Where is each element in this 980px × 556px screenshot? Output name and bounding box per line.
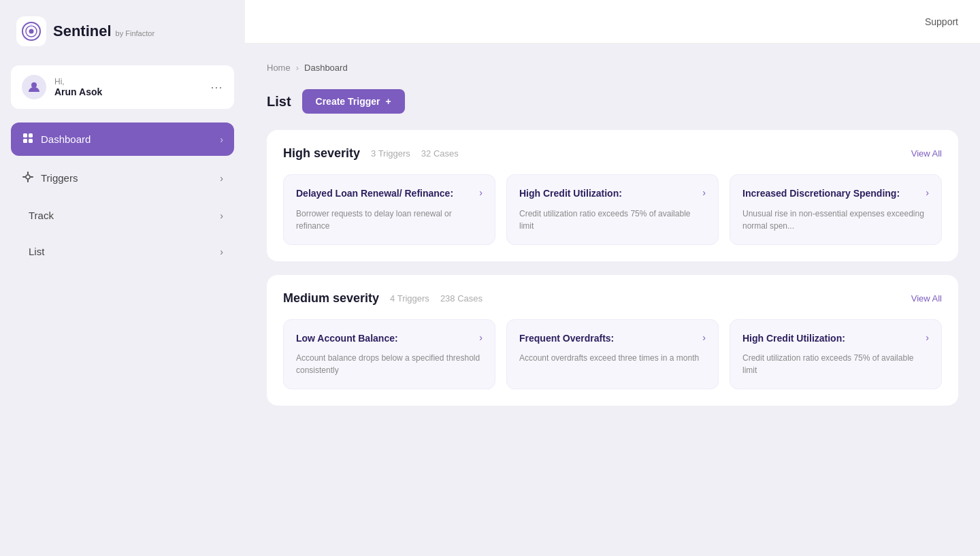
trigger-card-title: Low Account Balance: — [296, 332, 474, 346]
chevron-right-icon: › — [702, 332, 706, 343]
page-title: List — [267, 94, 291, 110]
page-header: List Create Trigger + — [267, 89, 958, 114]
content-area: Home › Dashboard List Create Trigger + H… — [245, 44, 980, 556]
sidebar-item-triggers[interactable]: Triggers › — [11, 161, 234, 195]
medium-severity-triggers: 4 Triggers — [390, 293, 429, 304]
svg-rect-8 — [29, 139, 33, 143]
app-name: Sentinel — [53, 22, 112, 40]
svg-point-9 — [26, 175, 30, 179]
plus-icon: + — [386, 96, 391, 107]
logo: Sentinel by Finfactor — [11, 16, 234, 60]
main-content: Support Home › Dashboard List Create Tri… — [245, 0, 980, 556]
svg-rect-5 — [23, 133, 27, 137]
trigger-card-desc: Borrower requests to delay loan renewal … — [296, 208, 483, 232]
chevron-right-icon: › — [220, 173, 223, 184]
high-severity-triggers: 3 Triggers — [371, 148, 410, 159]
app-by: by Finfactor — [116, 29, 154, 37]
svg-rect-7 — [23, 139, 27, 143]
trigger-card-title: Delayed Loan Renewal/ Refinance: — [296, 187, 474, 201]
user-greeting: Hi, — [54, 77, 202, 86]
chevron-right-icon: › — [926, 187, 929, 198]
sidebar-item-label: List — [29, 246, 44, 257]
breadcrumb-current: Dashboard — [304, 63, 348, 73]
high-severity-cases: 32 Cases — [421, 148, 459, 159]
chevron-right-icon: › — [479, 187, 483, 198]
trigger-card[interactable]: High Credit Utilization: › Credit utiliz… — [506, 174, 719, 245]
breadcrumb: Home › Dashboard — [267, 63, 958, 73]
support-link[interactable]: Support — [925, 16, 958, 27]
chevron-right-icon: › — [220, 246, 223, 257]
trigger-card-desc: Account balance drops below a specified … — [296, 352, 483, 376]
trigger-card[interactable]: Delayed Loan Renewal/ Refinance: › Borro… — [283, 174, 495, 245]
chevron-right-icon: › — [702, 187, 706, 198]
topbar: Support — [245, 0, 980, 44]
sidebar-item-dashboard[interactable]: Dashboard › — [11, 122, 234, 156]
create-trigger-button[interactable]: Create Trigger + — [302, 89, 405, 114]
high-severity-section: High severity 3 Triggers 32 Cases View A… — [267, 130, 958, 261]
sidebar-item-track[interactable]: Track › — [11, 200, 234, 231]
sidebar-item-list[interactable]: List › — [11, 236, 234, 267]
medium-severity-header: Medium severity 4 Triggers 238 Cases Vie… — [283, 291, 942, 306]
trigger-card-desc: Unusual rise in non-essential expenses e… — [742, 208, 929, 232]
trigger-card[interactable]: Frequent Overdrafts: › Account overdraft… — [506, 319, 719, 390]
sidebar-item-label: Triggers — [41, 172, 78, 184]
avatar — [22, 75, 46, 99]
chevron-right-icon: › — [926, 332, 929, 343]
trigger-card[interactable]: Low Account Balance: › Account balance d… — [283, 319, 495, 390]
logo-icon — [16, 16, 46, 46]
trigger-card-desc: Account overdrafts exceed three times in… — [519, 352, 706, 364]
svg-point-4 — [31, 82, 37, 88]
medium-severity-section: Medium severity 4 Triggers 238 Cases Vie… — [267, 275, 958, 406]
svg-point-2 — [29, 29, 34, 34]
trigger-card-title: Increased Discretionary Spending: — [742, 187, 920, 201]
medium-severity-cards: Low Account Balance: › Account balance d… — [283, 319, 942, 390]
sidebar-item-label: Dashboard — [41, 133, 91, 145]
svg-point-3 — [30, 24, 33, 27]
svg-rect-6 — [29, 133, 33, 137]
breadcrumb-sep: › — [296, 63, 299, 73]
trigger-card-title: High Credit Utilization: — [519, 187, 697, 201]
chevron-right-icon: › — [479, 332, 483, 343]
trigger-card-title: High Credit Utilization: — [742, 332, 920, 346]
trigger-card-desc: Credit utilization ratio exceeds 75% of … — [519, 208, 706, 232]
trigger-card-desc: Credit utilization ratio exceeds 75% of … — [742, 352, 929, 376]
trigger-card[interactable]: Increased Discretionary Spending: › Unus… — [730, 174, 942, 245]
trigger-icon — [22, 171, 34, 185]
user-card: Hi, Arun Asok ⋯ — [11, 65, 234, 109]
medium-severity-cases: 238 Cases — [440, 293, 483, 304]
chevron-right-icon: › — [220, 134, 223, 145]
high-severity-title: High severity — [283, 146, 360, 161]
high-severity-cards: Delayed Loan Renewal/ Refinance: › Borro… — [283, 174, 942, 245]
trigger-card-title: Frequent Overdrafts: — [519, 332, 697, 346]
high-severity-header: High severity 3 Triggers 32 Cases View A… — [283, 146, 942, 161]
sidebar-item-label: Track — [29, 210, 54, 221]
breadcrumb-home[interactable]: Home — [267, 63, 291, 73]
chevron-right-icon: › — [220, 210, 223, 221]
trigger-card[interactable]: High Credit Utilization: › Credit utiliz… — [730, 319, 942, 390]
medium-severity-view-all[interactable]: View All — [911, 293, 942, 304]
sidebar: Sentinel by Finfactor Hi, Arun Asok ⋯ — [0, 0, 245, 556]
medium-severity-title: Medium severity — [283, 291, 379, 306]
dashboard-icon — [22, 132, 34, 146]
high-severity-view-all[interactable]: View All — [911, 148, 942, 159]
user-menu-button[interactable]: ⋯ — [210, 80, 223, 95]
user-name: Arun Asok — [54, 86, 202, 97]
